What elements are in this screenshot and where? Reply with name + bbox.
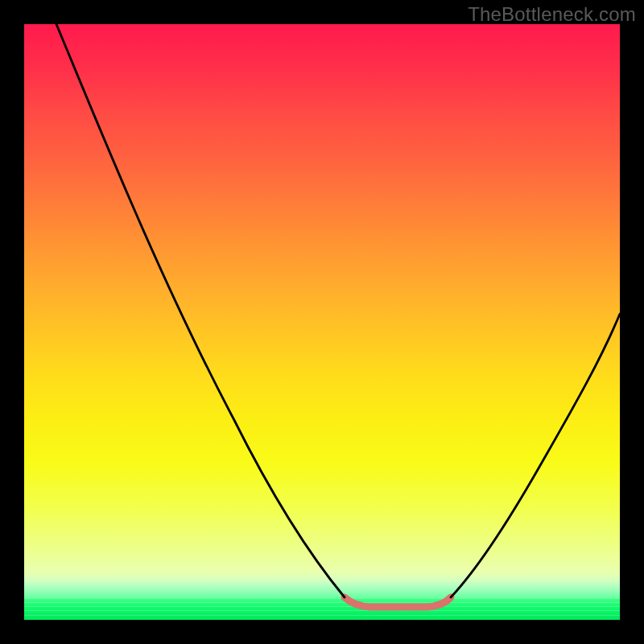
chart-frame: TheBottleneck.com	[0, 0, 644, 644]
curve-right-arm	[451, 314, 620, 597]
curve-layer	[24, 24, 620, 620]
plot-area	[24, 24, 620, 620]
watermark-text: TheBottleneck.com	[468, 3, 636, 26]
curve-left-arm	[56, 24, 345, 597]
highlight-lobe	[345, 597, 451, 607]
